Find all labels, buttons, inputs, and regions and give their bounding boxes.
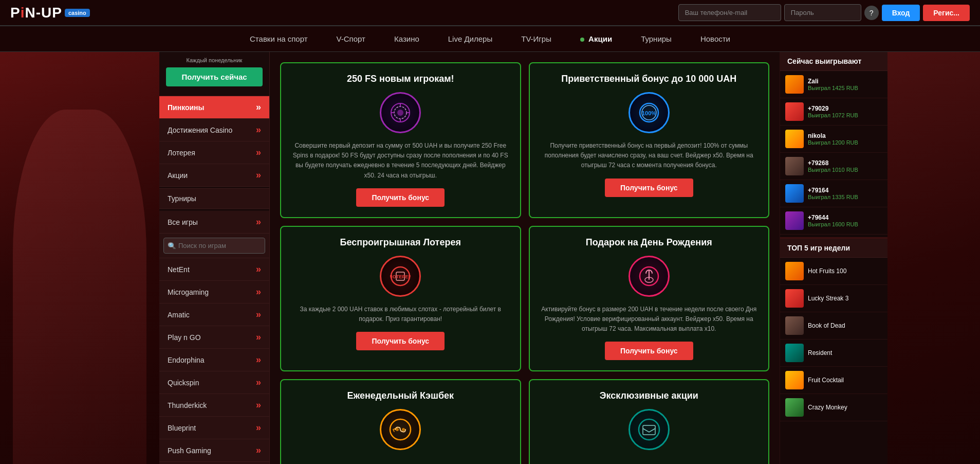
chevron-icon: » bbox=[256, 445, 261, 456]
register-button[interactable]: Регис... bbox=[923, 5, 970, 21]
sidebar-provider-amatic[interactable]: Amatic » bbox=[159, 304, 269, 326]
top5-item-2[interactable]: Book of Dead bbox=[780, 312, 887, 340]
sidebar-provider-blueprint[interactable]: Blueprint » bbox=[159, 417, 269, 439]
winner-avatar-3 bbox=[785, 157, 804, 175]
promo-icon-welcome: 100% bbox=[628, 92, 670, 133]
winner-avatar-1 bbox=[785, 102, 804, 121]
winner-info-0: Zali Выиграл 1425 RUB bbox=[808, 78, 882, 91]
promo-icon-exclusive bbox=[628, 409, 670, 450]
winner-amount-5: Выиграл 1600 RUB bbox=[808, 221, 882, 227]
winner-item-0: Zali Выиграл 1425 RUB bbox=[780, 71, 887, 98]
promo-card-birthday: Подарок на День Рождения Активируйте бон… bbox=[529, 226, 770, 372]
logo-pin: PiN-UP bbox=[10, 5, 62, 21]
promo-icon-250fs bbox=[380, 92, 421, 133]
sidebar-provider-thunderkick[interactable]: Thunderkick » bbox=[159, 394, 269, 417]
top5-thumb-5 bbox=[785, 398, 804, 417]
left-decoration bbox=[0, 52, 159, 464]
sidebar-item-tournaments[interactable]: Турниры bbox=[159, 189, 269, 209]
promo-desc-birthday: Активируйте бонус в размере 200 UAH в те… bbox=[540, 305, 759, 334]
sidebar-item-achievements[interactable]: Достижения Casino » bbox=[159, 119, 269, 141]
help-button[interactable]: ? bbox=[864, 6, 879, 20]
top5-name-0: Hot Fruits 100 bbox=[808, 267, 846, 275]
sidebar-provider-playngo[interactable]: Play n GO » bbox=[159, 326, 269, 349]
nav-sports[interactable]: Ставки на спорт bbox=[246, 32, 312, 45]
winners-title: Сейчас выигрывают bbox=[780, 52, 887, 71]
chevron-icon: » bbox=[256, 422, 261, 433]
winner-avatar-0 bbox=[785, 75, 804, 94]
promo-title-cashback: Еженедельный Кэшбек bbox=[291, 390, 510, 401]
chevron-icon: » bbox=[256, 377, 261, 388]
winner-name-1: +79029 bbox=[808, 105, 882, 112]
top5-thumb-3 bbox=[785, 344, 804, 362]
top5-item-3[interactable]: Resident bbox=[780, 340, 887, 367]
winner-amount-3: Выиграл 1010 RUB bbox=[808, 167, 882, 173]
chevron-icon: » bbox=[256, 124, 261, 135]
nav-promo[interactable]: Акции bbox=[576, 32, 616, 45]
top5-title: ТОП 5 игр недели bbox=[780, 237, 887, 258]
logo[interactable]: PiN-UP casino bbox=[10, 5, 90, 21]
active-dot bbox=[580, 38, 584, 42]
sidebar-banner: Каждый понедельник Получить сейчас bbox=[159, 52, 269, 96]
top5-name-3: Resident bbox=[808, 349, 832, 356]
top5-thumb-1 bbox=[785, 289, 804, 308]
top5-name-1: Lucky Streak 3 bbox=[808, 295, 848, 302]
promo-title-exclusive: Эксклюзивные акции bbox=[540, 390, 759, 401]
promo-card-exclusive: Эксклюзивные акции bbox=[529, 379, 770, 464]
get-bonus-button-welcome[interactable]: Получить бонус bbox=[605, 179, 693, 197]
svg-text:100%: 100% bbox=[642, 110, 656, 116]
top5-thumb-2 bbox=[785, 316, 804, 335]
get-bonus-button-lottery[interactable]: Получить бонус bbox=[356, 332, 445, 350]
header: PiN-UP casino ? Вход Регис... bbox=[0, 0, 980, 26]
top5-item-4[interactable]: Fruit Cocktail bbox=[780, 367, 887, 394]
sidebar-provider-pushgaming[interactable]: Push Gaming » bbox=[159, 439, 269, 462]
chevron-icon: » bbox=[256, 264, 261, 275]
winner-name-5: +79644 bbox=[808, 214, 882, 221]
nav-tournaments[interactable]: Турниры bbox=[637, 32, 676, 45]
top5-thumb-4 bbox=[785, 371, 804, 389]
login-button[interactable]: Вход bbox=[882, 5, 920, 21]
sidebar-provider-quickspin[interactable]: Quickspin » bbox=[159, 371, 269, 394]
get-bonus-button-birthday[interactable]: Получить бонус bbox=[605, 342, 693, 360]
search-area: 🔍 bbox=[159, 234, 269, 258]
nav-news[interactable]: Новости bbox=[696, 32, 734, 45]
sidebar-provider-microgaming[interactable]: Microgaming » bbox=[159, 281, 269, 304]
promo-card-250fs: 250 FS новым игрокам! Совершите первый д… bbox=[280, 62, 521, 218]
winner-name-0: Zali bbox=[808, 78, 882, 85]
top5-name-2: Book of Dead bbox=[808, 322, 845, 329]
sidebar-provider-redtiger[interactable]: Red Tiger » bbox=[159, 462, 269, 464]
nav-vsport[interactable]: V-Спорт bbox=[332, 32, 369, 45]
top5-item-5[interactable]: Crazy Monkey bbox=[780, 394, 887, 421]
chevron-icon: » bbox=[256, 102, 261, 113]
phone-email-input[interactable] bbox=[678, 4, 781, 21]
nav-tv[interactable]: TV-Игры bbox=[517, 32, 556, 45]
chevron-icon: » bbox=[256, 332, 261, 343]
sidebar-provider-endorphina[interactable]: Endorphina » bbox=[159, 349, 269, 371]
nav-casino[interactable]: Казино bbox=[390, 32, 423, 45]
winner-amount-4: Выиграл 1335 RUB bbox=[808, 194, 882, 200]
right-sidebar: Сейчас выигрывают Zali Выиграл 1425 RUB … bbox=[780, 52, 887, 464]
winner-name-3: +79268 bbox=[808, 159, 882, 167]
sidebar-provider-netent[interactable]: NetEnt » bbox=[159, 258, 269, 281]
logo-casino-badge: casino bbox=[65, 9, 90, 17]
winner-avatar-4 bbox=[785, 184, 804, 203]
password-input[interactable] bbox=[784, 4, 861, 21]
promo-card-lottery: Беспроигрышная Лотерея ЛОТЕРЕЯ За каждые… bbox=[280, 226, 521, 372]
sidebar-item-pincoins[interactable]: Пинкоины » bbox=[159, 96, 269, 119]
sidebar-item-lottery[interactable]: Лотерея » bbox=[159, 141, 269, 164]
sidebar-item-promo[interactable]: Акции » bbox=[159, 164, 269, 187]
promo-grid: 250 FS новым игрокам! Совершите первый д… bbox=[280, 62, 769, 464]
chevron-icon: » bbox=[256, 217, 261, 227]
game-search-input[interactable] bbox=[163, 238, 265, 254]
winner-amount-1: Выиграл 1072 RUB bbox=[808, 112, 882, 118]
winner-item-5: +79644 Выиграл 1600 RUB bbox=[780, 207, 887, 235]
winner-info-4: +79164 Выиграл 1335 RUB bbox=[808, 187, 882, 200]
svg-point-16 bbox=[396, 428, 399, 431]
top5-item-1[interactable]: Lucky Streak 3 bbox=[780, 285, 887, 312]
promo-title-lottery: Беспроигрышная Лотерея bbox=[291, 237, 510, 248]
get-bonus-button-250fs[interactable]: Получить бонус bbox=[356, 188, 445, 207]
get-now-button[interactable]: Получить сейчас bbox=[166, 67, 262, 86]
top5-item-0[interactable]: Hot Fruits 100 bbox=[780, 258, 887, 285]
winner-name-4: +79164 bbox=[808, 187, 882, 194]
sidebar-item-all-games[interactable]: Все игры » bbox=[159, 211, 269, 234]
nav-live[interactable]: Live Дилеры bbox=[444, 32, 496, 45]
